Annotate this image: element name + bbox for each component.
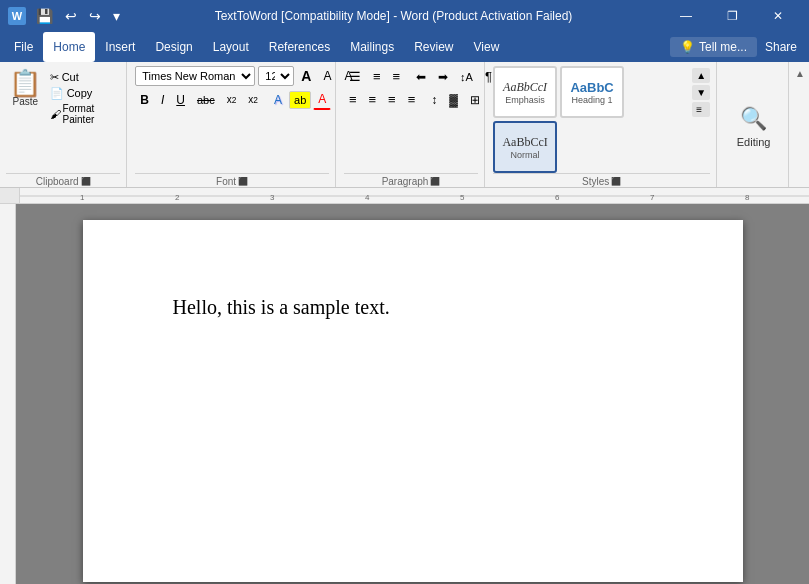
ruler-bar: 1 2 3 4 5 6 7 8 — [0, 188, 809, 204]
svg-rect-0 — [20, 188, 809, 203]
editing-label: Editing — [737, 136, 771, 148]
grow-font-button[interactable]: A — [297, 66, 315, 86]
editing-icon: 🔍 — [740, 106, 767, 132]
collapse-ribbon-button[interactable]: ▲ — [791, 62, 809, 187]
align-center-button[interactable]: ≡ — [363, 89, 381, 110]
format-painter-button[interactable]: 🖌 Format Painter — [47, 102, 121, 126]
document-page[interactable]: Hello, this is a sample text. — [83, 220, 743, 582]
style-heading1[interactable]: AaBbC Heading 1 — [560, 66, 624, 118]
share-button[interactable]: Share — [765, 40, 797, 54]
minimize-button[interactable]: — — [663, 0, 709, 32]
bullets-button[interactable]: ☰ — [344, 66, 366, 87]
lightbulb-icon: 💡 — [680, 40, 695, 54]
increase-indent-button[interactable]: ➡ — [433, 67, 453, 87]
vertical-ruler — [0, 204, 16, 584]
menu-design[interactable]: Design — [145, 32, 202, 62]
style-normal[interactable]: AaBbCcI Normal — [493, 121, 557, 173]
copy-button[interactable]: 📄 Copy — [47, 86, 121, 101]
svg-text:1: 1 — [80, 193, 85, 202]
font-color-button[interactable]: A — [313, 89, 331, 110]
underline-button[interactable]: U — [171, 90, 190, 110]
styles-more[interactable]: ≡ — [692, 102, 710, 117]
undo-icon[interactable]: ↩ — [61, 6, 81, 26]
bold-button[interactable]: B — [135, 90, 154, 110]
strikethrough-button[interactable]: abc — [192, 91, 220, 109]
style-emphasis[interactable]: AaBbCcI Emphasis — [493, 66, 557, 118]
save-icon[interactable]: 💾 — [32, 6, 57, 26]
sort-button[interactable]: ↕A — [455, 68, 478, 86]
window-controls: — ❐ ✕ — [663, 0, 801, 32]
font-group-label[interactable]: Font ⬛ — [135, 173, 329, 187]
decrease-indent-button[interactable]: ⬅ — [411, 67, 431, 87]
clipboard-group-label[interactable]: Clipboard ⬛ — [6, 173, 120, 187]
document-text[interactable]: Hello, this is a sample text. — [173, 292, 653, 322]
editing-group: 🔍 Editing — [719, 62, 789, 187]
ruler-corner — [0, 188, 20, 203]
shading-button[interactable]: ▓ — [444, 90, 463, 110]
tell-me-button[interactable]: 💡 Tell me... — [670, 37, 757, 57]
paragraph-label: Paragraph — [382, 176, 429, 187]
superscript-button[interactable]: x2 — [243, 91, 263, 108]
title-bar: W 💾 ↩ ↪ ▾ TextToWord [Compatibility Mode… — [0, 0, 809, 32]
font-name-select[interactable]: Times New Roman — [135, 66, 255, 86]
tell-me-label: Tell me... — [699, 40, 747, 54]
menu-home[interactable]: Home — [43, 32, 95, 62]
text-effects-button[interactable]: A — [269, 90, 287, 110]
subscript-button[interactable]: x2 — [222, 91, 242, 108]
close-button[interactable]: ✕ — [755, 0, 801, 32]
normal-preview: AaBbCcI — [502, 135, 547, 150]
normal-label: Normal — [511, 150, 540, 160]
menu-bar: File Home Insert Design Layout Reference… — [0, 32, 809, 62]
paragraph-group-label[interactable]: Paragraph ⬛ — [344, 173, 478, 187]
document-scroll-area[interactable]: Hello, this is a sample text. — [16, 204, 809, 584]
paste-icon: 📋 — [9, 70, 41, 96]
paste-button[interactable]: 📋 Paste — [6, 66, 45, 109]
styles-scroll-down[interactable]: ▼ — [692, 85, 710, 100]
horizontal-ruler: 1 2 3 4 5 6 7 8 — [20, 188, 809, 203]
styles-scroll-up[interactable]: ▲ — [692, 68, 710, 83]
highlight-color-button[interactable]: ab — [289, 91, 311, 109]
outline-button[interactable]: ≡ — [387, 66, 405, 87]
qa-dropdown-icon[interactable]: ▾ — [109, 6, 124, 26]
menu-view[interactable]: View — [464, 32, 510, 62]
menu-file[interactable]: File — [4, 32, 43, 62]
borders-button[interactable]: ⊞ — [465, 90, 485, 110]
menu-mailings[interactable]: Mailings — [340, 32, 404, 62]
menu-insert[interactable]: Insert — [95, 32, 145, 62]
styles-expand-icon: ⬛ — [611, 177, 621, 186]
font-group: Times New Roman 12 A A A B I U abc x2 x2… — [129, 62, 336, 187]
heading1-preview: AaBbC — [570, 80, 613, 95]
paste-label: Paste — [13, 96, 39, 107]
menu-bar-right: 💡 Tell me... Share — [670, 32, 805, 62]
clipboard-group: 📋 Paste ✂ Cut 📄 Copy 🖌 Format Painter Cl… — [0, 62, 127, 187]
svg-text:7: 7 — [650, 193, 655, 202]
styles-group-label[interactable]: Styles ⬛ — [493, 173, 710, 187]
maximize-button[interactable]: ❐ — [709, 0, 755, 32]
shrink-font-button[interactable]: A — [318, 66, 336, 86]
menu-review[interactable]: Review — [404, 32, 463, 62]
align-right-button[interactable]: ≡ — [383, 89, 401, 110]
menu-references[interactable]: References — [259, 32, 340, 62]
numbering-button[interactable]: ≡ — [368, 66, 386, 87]
font-expand-icon: ⬛ — [238, 177, 248, 186]
svg-text:2: 2 — [175, 193, 180, 202]
font-size-select[interactable]: 12 — [258, 66, 294, 86]
document-container: Hello, this is a sample text. — [0, 204, 809, 584]
styles-label: Styles — [582, 176, 609, 187]
ribbon: 📋 Paste ✂ Cut 📄 Copy 🖌 Format Painter Cl… — [0, 62, 809, 188]
styles-group: AaBbCcI Emphasis AaBbC Heading 1 AaBbCcI… — [487, 62, 717, 187]
cut-button[interactable]: ✂ Cut — [47, 70, 121, 85]
line-spacing-button[interactable]: ↕ — [426, 90, 442, 110]
paragraph-expand-icon: ⬛ — [430, 177, 440, 186]
quick-access-toolbar: 💾 ↩ ↪ ▾ — [32, 6, 124, 26]
word-icon: W — [8, 7, 26, 25]
clipboard-label: Clipboard — [36, 176, 79, 187]
redo-icon[interactable]: ↪ — [85, 6, 105, 26]
justify-button[interactable]: ≡ — [403, 89, 421, 110]
menu-layout[interactable]: Layout — [203, 32, 259, 62]
italic-button[interactable]: I — [156, 90, 169, 110]
title-bar-left: W 💾 ↩ ↪ ▾ — [8, 6, 124, 26]
align-left-button[interactable]: ≡ — [344, 89, 362, 110]
clipboard-expand-icon: ⬛ — [81, 177, 91, 186]
window-title: TextToWord [Compatibility Mode] - Word (… — [124, 9, 663, 23]
